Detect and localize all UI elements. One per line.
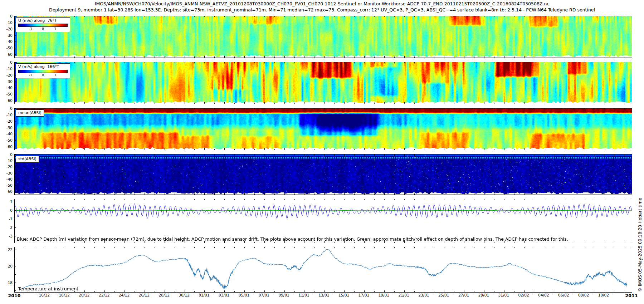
x-tick-label: 04/02 (535, 293, 552, 297)
y-tick-label: -10 (0, 67, 13, 71)
panel-absi-std-heatmap: 0-10-20-30-40-50-60 std(ABSI) (14, 154, 632, 195)
x-tick-label: 31/01 (496, 293, 512, 297)
x-tick-label: 02/02 (516, 293, 532, 297)
v-legend-label: V (m/s) along -166°T (18, 64, 68, 69)
u-depth-axis: 0-10-20-30-40-50-60 (0, 16, 14, 58)
x-tick-label: 06/02 (555, 293, 572, 297)
y-tick-label: -30 (0, 171, 13, 175)
v-depth-axis: 0-10-20-30-40-50-60 (0, 62, 14, 104)
y-tick-label: -1 (0, 217, 13, 221)
panel-absi-mean-heatmap: 0-10-20-30-40-50-60 mean(ABSI) (14, 108, 632, 150)
temperature-canvas (15, 247, 632, 292)
y-tick-label: 0 (0, 106, 13, 111)
absi-std-heatmap-canvas (15, 155, 632, 195)
y-tick-label: -2 (0, 225, 13, 230)
x-tick-label: 16/12 (36, 293, 53, 297)
y-tick-label: -60 (0, 52, 13, 57)
u-colorbar (18, 24, 68, 27)
absi-mean-legend-box: mean(ABSI) (16, 109, 44, 117)
y-tick-label: -40 (0, 177, 13, 181)
y-tick-label: -50 (0, 138, 13, 142)
u-heatmap-canvas (15, 16, 632, 58)
y-tick-label: -50 (0, 46, 13, 50)
x-tick-label: 17/01 (356, 293, 372, 297)
x-tick-label: 20/12 (76, 293, 92, 297)
y-tick-label: -20 (0, 73, 13, 77)
absi-std-legend-box: std(ABSI) (16, 156, 39, 163)
copyright-vertical-text: © IMOS 05-May-2025 00:18:20 Hobart time (638, 198, 643, 292)
x-tick-label: 28/12 (156, 293, 172, 297)
figure-subtitle: Deployment 9, member 1 lat=30.28S lon=15… (0, 7, 644, 13)
y-tick-label: 0 (0, 14, 13, 18)
u-legend-label: U (m/s) along -76°T (18, 18, 68, 23)
x-tick-label: 10/02 (595, 293, 612, 297)
y-tick-label: -50 (0, 92, 13, 96)
y-tick-label: -30 (0, 79, 13, 84)
y-tick-label: -10 (0, 20, 13, 25)
y-tick-label: -10 (0, 158, 13, 163)
y-tick-label: -20 (0, 27, 13, 31)
x-tick-label: 22/12 (96, 293, 112, 297)
v-heatmap-canvas (15, 62, 632, 104)
y-tick-label: -60 (0, 144, 13, 149)
absi-mean-depth-axis: 0-10-20-30-40-50-60 (0, 108, 14, 150)
absi-std-legend-label: std(ABSI) (18, 157, 36, 161)
x-tick-label: 07/01 (256, 293, 272, 297)
y-tick-label: 0 (0, 152, 13, 157)
x-tick-label: 26/12 (136, 293, 152, 297)
x-axis-year-end: 2011 (621, 293, 642, 298)
x-tick-label: 09/01 (276, 293, 292, 297)
u-colorbar-tick-labels: -101 (18, 27, 68, 31)
v-legend-box: V (m/s) along -166°T -101 (16, 63, 70, 78)
x-tick-label: 21/01 (396, 293, 412, 297)
y-tick-label: -3 (0, 234, 13, 238)
temperature-axis: 222018 (0, 247, 14, 292)
panel-v-velocity-heatmap: 0-10-20-30-40-50-60 V (m/s) along -166°T… (14, 62, 632, 104)
y-tick-label: -50 (0, 183, 13, 187)
y-tick-label: -20 (0, 119, 13, 123)
v-colorbar-tick-labels: -101 (18, 73, 68, 77)
x-tick-label: 18/12 (56, 293, 73, 297)
colorbar-tick-label: -1 (29, 27, 32, 31)
panel-depth-variation: 10-1-2-3 Blue: ADCP Depth (m) variation … (14, 199, 632, 243)
x-tick-label: 23/01 (415, 293, 432, 297)
colorbar-tick-label: 1 (54, 27, 56, 31)
x-tick-label: 27/01 (455, 293, 472, 297)
x-axis-year-start: 2010 (4, 293, 25, 298)
y-tick-label: -40 (0, 39, 13, 44)
colorbar-tick-label: 0 (42, 73, 44, 77)
x-tick-label: 19/01 (376, 293, 392, 297)
x-tick-label: 03/01 (216, 293, 232, 297)
y-tick-label: -30 (0, 126, 13, 130)
y-tick-label: -60 (0, 98, 13, 103)
x-tick-label: 01/01 (196, 293, 212, 297)
y-tick-label: -20 (0, 165, 13, 169)
absi-mean-heatmap-canvas (15, 108, 632, 150)
figure-root: IMOS/ANMN/NSW/CH070/Velocity/IMOS_ANMN-N… (0, 0, 644, 304)
x-tick-label: 08/02 (575, 293, 592, 297)
x-tick-label: 11/01 (296, 293, 312, 297)
x-tick-label: 05/01 (236, 293, 252, 297)
v-colorbar (18, 70, 68, 73)
y-tick-label: 0 (0, 60, 13, 64)
figure-title: IMOS/ANMN/NSW/CH070/Velocity/IMOS_ANMN-N… (0, 1, 644, 6)
y-tick-label: -30 (0, 33, 13, 38)
x-tick-label: 30/12 (176, 293, 192, 297)
y-tick-label: 0 (0, 208, 13, 212)
panel-temperature: 222018 Temperature at instrument (14, 247, 632, 293)
y-tick-label: -60 (0, 189, 13, 193)
x-tick-label: 25/01 (435, 293, 452, 297)
colorbar-tick-label: -1 (29, 73, 32, 77)
depth-variation-annotation: Blue: ADCP Depth (m) variation from sens… (17, 236, 568, 242)
absi-mean-legend-label: mean(ABSI) (18, 111, 42, 115)
colorbar-tick-label: 0 (42, 27, 44, 31)
x-tick-label: 13/01 (316, 293, 332, 297)
y-tick-label: -40 (0, 85, 13, 90)
y-tick-label: 1 (0, 200, 13, 204)
colorbar-tick-label: 1 (54, 73, 56, 77)
depth-variation-axis: 10-1-2-3 (0, 199, 14, 243)
x-tick-label: 15/01 (336, 293, 352, 297)
y-tick-label: 20 (0, 264, 13, 268)
y-tick-label: -10 (0, 113, 13, 117)
panel-u-velocity-heatmap: 0-10-20-30-40-50-60 U (m/s) along -76°T … (14, 16, 632, 58)
